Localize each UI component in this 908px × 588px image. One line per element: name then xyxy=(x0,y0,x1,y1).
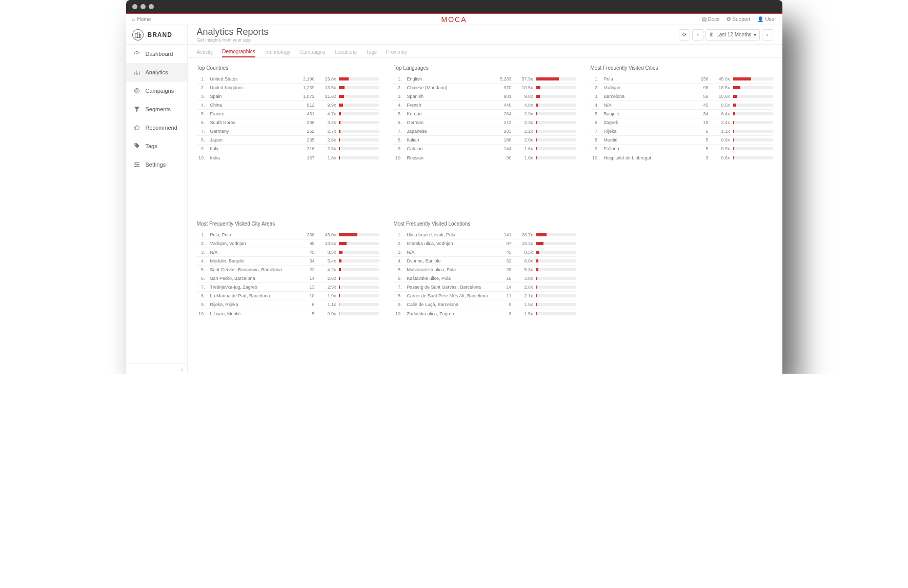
sidebar-item-settings[interactable]: Settings xyxy=(126,155,187,174)
row-rank: 10. xyxy=(197,155,207,160)
row-name: Medulin, Banjole xyxy=(210,258,291,263)
row-count: 28 xyxy=(491,267,512,272)
tab-proximity[interactable]: Proximity xyxy=(386,49,407,57)
user-icon: 👤 xyxy=(757,16,763,22)
table-row: 4.China9129.9x xyxy=(197,101,379,110)
panel-title: Top Countries xyxy=(197,65,379,71)
home-icon: ⌂ xyxy=(132,16,135,22)
sidebar-item-analytics[interactable]: Analytics xyxy=(126,63,187,82)
row-rank: 3. xyxy=(197,250,207,255)
thumbs-up-icon xyxy=(133,124,140,131)
logo[interactable]: MOCA xyxy=(441,15,467,24)
row-name: Kaštavske ulice, Pula xyxy=(407,276,488,281)
row-pct: 0.6x xyxy=(712,155,730,160)
row-count: 912 xyxy=(294,103,314,108)
row-count: 98 xyxy=(688,85,709,90)
sidebar-item-campaigns[interactable]: Campaigns xyxy=(126,82,187,100)
table-row: 5.France4314.7x xyxy=(197,110,379,118)
row-pct: 8.5x xyxy=(712,103,730,108)
sidebar-item-label: Segments xyxy=(146,106,171,112)
row-name: Zadarska ulica, Zagreb xyxy=(407,311,488,316)
tab-technology[interactable]: Technology xyxy=(265,49,291,57)
brand-block[interactable]: BRAND xyxy=(126,25,187,45)
row-count: 236 xyxy=(688,76,709,82)
row-name: Japanese xyxy=(407,129,488,134)
row-pct: 2.3x xyxy=(515,120,533,125)
row-rank: 5. xyxy=(393,267,403,272)
row-count: 45 xyxy=(491,250,512,255)
panel-title: Most Frequently Visited Locations xyxy=(393,221,576,227)
window-close-icon[interactable] xyxy=(132,4,137,9)
row-pct: 11.6x xyxy=(317,94,336,99)
row-bar xyxy=(536,104,576,107)
support-link[interactable]: ❂Support xyxy=(727,16,750,22)
row-rank: 3. xyxy=(197,94,207,99)
window-minimize-icon[interactable] xyxy=(140,4,146,9)
table-row: 2.Vodnjan9818.5x xyxy=(591,84,773,92)
table-row: 5.Banjole346.4x xyxy=(591,110,773,118)
refresh-button[interactable]: ⟳ xyxy=(679,29,690,40)
row-count: 8 xyxy=(491,302,512,307)
row-rank: 2. xyxy=(393,241,403,246)
row-rank: 7. xyxy=(393,129,403,134)
window-titlebar xyxy=(126,0,782,13)
row-bar xyxy=(339,233,379,236)
row-count: 141 xyxy=(491,232,512,237)
breadcrumb[interactable]: ⌂ Home xyxy=(132,16,151,22)
row-name: N/A xyxy=(604,103,685,108)
sidebar-item-dashboard[interactable]: Dashboard xyxy=(126,45,187,63)
tab-activity[interactable]: Activity xyxy=(197,49,213,57)
table-row: 6.German2132.3x xyxy=(393,118,576,127)
row-rank: 8. xyxy=(591,137,601,143)
sidebar-item-recommend[interactable]: Recommend xyxy=(126,118,187,137)
table-row: 4.Dvorine, Banjole326.0x xyxy=(393,257,576,266)
panel: Most Frequently Visited City Areas1.Pula… xyxy=(197,221,379,367)
row-pct: 4.2x xyxy=(317,267,336,272)
table-row: 1.English5,28357.3x xyxy=(393,75,576,84)
row-pct: 4.8x xyxy=(515,103,533,108)
date-range-label: Last 12 Months xyxy=(716,32,751,37)
row-bar xyxy=(536,259,576,262)
row-name: France xyxy=(210,111,291,116)
row-name: Pula, Pula xyxy=(210,232,291,237)
table-row: 9.Fažana50.9x xyxy=(591,145,773,153)
sidebar-item-segments[interactable]: Segments xyxy=(126,100,187,118)
tab-campaigns[interactable]: Campaigns xyxy=(299,49,326,57)
row-pct: 5.4x xyxy=(317,258,336,263)
row-rank: 6. xyxy=(197,276,207,281)
sidebar-item-tags[interactable]: Tags xyxy=(126,137,187,155)
row-name: Carrer de Sant Pere Més Alt, Barcelona xyxy=(407,293,488,298)
user-link[interactable]: 👤User xyxy=(757,16,776,22)
row-count: 1,072 xyxy=(294,94,314,99)
table-row: 8.Muntić50.9x xyxy=(591,136,773,145)
sidebar-collapse-button[interactable]: ‹ xyxy=(126,363,187,374)
next-range-button[interactable]: › xyxy=(762,29,773,40)
row-rank: 1. xyxy=(197,232,207,237)
svg-point-17 xyxy=(135,166,136,167)
docs-link[interactable]: ▤Docs xyxy=(702,16,720,22)
row-pct: 2.7x xyxy=(317,129,336,134)
row-bar xyxy=(536,95,576,98)
table-row: 9.Rijeka, Rijeka61.1x xyxy=(197,300,379,309)
report-content: Top Countries1.United States2,19023.8x2.… xyxy=(188,58,782,374)
tab-locations[interactable]: Locations xyxy=(335,49,357,57)
window-maximize-icon[interactable] xyxy=(149,4,154,9)
row-count: 970 xyxy=(491,85,512,90)
row-pct: 1.5x xyxy=(515,311,533,316)
panel: Most Frequently Visited Locations1.Ulica… xyxy=(393,221,576,367)
row-bar xyxy=(536,121,576,124)
row-bar xyxy=(733,147,773,150)
row-count: 238 xyxy=(294,232,314,237)
prev-range-button[interactable]: ‹ xyxy=(692,29,703,40)
tag-icon xyxy=(133,143,140,150)
row-pct: 13.5x xyxy=(317,85,336,90)
tab-demographics[interactable]: Demographics xyxy=(222,49,255,57)
row-pct: 0.9x xyxy=(317,311,336,316)
row-bar xyxy=(536,156,576,159)
row-count: 5 xyxy=(294,311,314,316)
page-header: Analytics Reports Get insights from your… xyxy=(188,25,782,45)
row-count: 2,190 xyxy=(294,76,314,82)
row-bar xyxy=(339,251,379,254)
tab-tags[interactable]: Tags xyxy=(366,49,377,57)
date-range-button[interactable]: 🗓 Last 12 Months ▾ xyxy=(705,29,759,40)
